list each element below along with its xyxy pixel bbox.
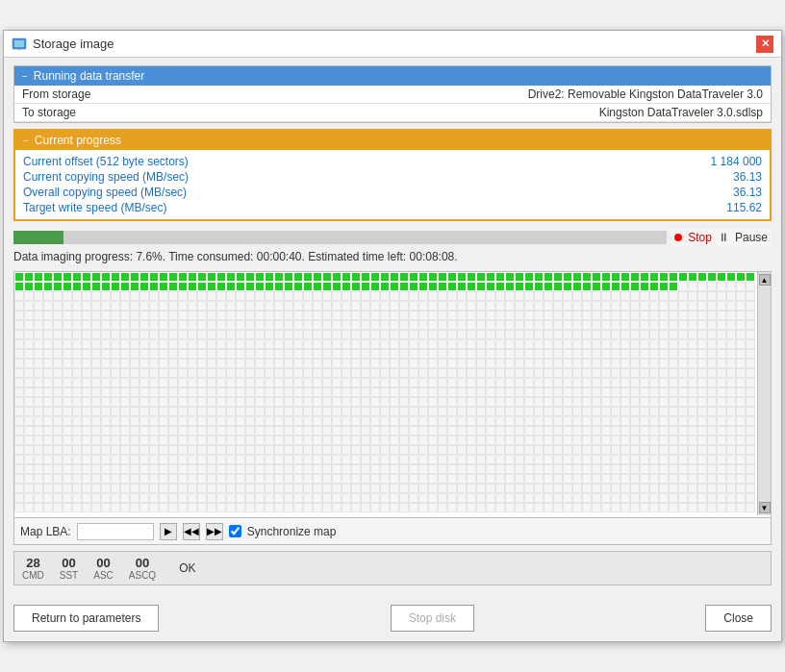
progress-row-value: 1 184 000 <box>711 155 762 168</box>
app-icon <box>12 37 27 52</box>
ascq-value: 00 <box>136 556 149 570</box>
title-bar: Storage image ✕ <box>4 31 781 58</box>
progress-row-label: Overall copying speed (MB/sec) <box>23 186 187 199</box>
asc-status-item: 00 ASC <box>93 556 114 581</box>
current-progress-title: Current progress <box>35 134 121 147</box>
sst-label: SST <box>60 570 78 581</box>
main-window: Storage image ✕ − Running data transfer … <box>3 30 782 642</box>
current-progress-header: − Current progress <box>15 131 770 150</box>
to-storage-label: To storage <box>22 106 76 119</box>
progress-row-value: 115.62 <box>726 201 762 214</box>
map-lba-input[interactable] <box>77 523 154 540</box>
close-button[interactable]: Close <box>705 605 772 632</box>
close-icon[interactable]: ✕ <box>756 36 773 53</box>
ascq-label: ASCQ <box>129 570 156 581</box>
controls-area: Stop ⏸ Pause <box>671 229 772 246</box>
map-scrollbar: ▲ ▼ <box>757 272 771 515</box>
to-storage-row: To storage Kingston DataTraveler 3.0.sdl… <box>14 104 771 122</box>
from-storage-label: From storage <box>22 87 90 101</box>
stop-disk-button[interactable]: Stop disk <box>391 605 474 632</box>
stop-button[interactable]: Stop <box>688 231 712 244</box>
to-storage-value: Kingston DataTraveler 3.0.sdlsp <box>599 106 763 119</box>
sync-label: Synchronize map <box>247 525 337 538</box>
progress-data-row: Target write speed (MB/sec) 115.62 <box>23 200 762 215</box>
svg-rect-1 <box>14 40 24 47</box>
asc-value: 00 <box>96 556 110 570</box>
map-canvas <box>14 272 759 517</box>
ascq-status-item: 00 ASCQ <box>129 556 156 581</box>
map-prev-button[interactable]: ◀◀ <box>183 523 200 540</box>
sst-value: 00 <box>62 556 75 570</box>
map-container: ▲ ▼ Map LBA: ▶ ◀◀ ▶▶ Synchronize map <box>13 271 772 545</box>
cmd-status-item: 28 CMD <box>22 556 44 581</box>
progress-data-row: Current copying speed (MB/sec) 36.13 <box>23 169 762 185</box>
progress-row-label: Current offset (512 byte sectors) <box>23 155 189 168</box>
asc-label: ASC <box>93 570 114 581</box>
title-bar-title: Storage image <box>33 37 114 51</box>
running-transfer-title: Running data transfer <box>34 69 144 83</box>
content-area: − Running data transfer From storage Dri… <box>4 58 781 599</box>
title-bar-left: Storage image <box>12 37 114 52</box>
progress-row-value: 36.13 <box>733 186 762 199</box>
progress-row-value: 36.13 <box>733 170 762 184</box>
progress-controls-row: Stop ⏸ Pause <box>13 227 772 248</box>
map-lba-label: Map LBA: <box>20 525 71 538</box>
collapse-progress-icon[interactable]: − <box>23 136 29 146</box>
return-to-parameters-button[interactable]: Return to parameters <box>13 605 159 632</box>
progress-data-row: Current offset (512 byte sectors) 1 184 … <box>23 154 762 169</box>
stop-dot-icon <box>674 234 682 241</box>
progress-bar-container <box>13 231 667 244</box>
running-transfer-header: − Running data transfer <box>14 66 771 86</box>
progress-body: Current offset (512 byte sectors) 1 184 … <box>15 150 770 219</box>
footer-buttons: Return to parameters Stop disk Close <box>4 599 781 641</box>
progress-bar-area: Stop ⏸ Pause Data imaging progress: 7.6%… <box>13 227 772 267</box>
progress-row-label: Current copying speed (MB/sec) <box>23 170 189 184</box>
progress-row-label: Target write speed (MB/sec) <box>23 201 166 214</box>
pause-icon: ⏸ <box>718 231 729 244</box>
map-play-button[interactable]: ▶ <box>160 523 177 540</box>
current-progress-section: − Current progress Current offset (512 b… <box>13 129 772 221</box>
cmd-label: CMD <box>22 570 44 581</box>
progress-bar-fill <box>13 231 63 244</box>
progress-status-text: Data imaging progress: 7.6%. Time consum… <box>13 248 772 267</box>
status-message: OK <box>179 561 195 575</box>
map-next-button[interactable]: ▶▶ <box>206 523 223 540</box>
status-bar: 28 CMD 00 SST 00 ASC 00 ASCQ OK <box>13 551 772 585</box>
scroll-up-button[interactable]: ▲ <box>759 274 771 286</box>
from-storage-row: From storage Drive2: Removable Kingston … <box>14 86 771 104</box>
collapse-icon[interactable]: − <box>22 71 28 82</box>
from-storage-value: Drive2: Removable Kingston DataTraveler … <box>528 87 763 101</box>
pause-button[interactable]: Pause <box>735 231 768 244</box>
sync-checkbox[interactable] <box>229 525 241 537</box>
svg-point-2 <box>18 48 20 50</box>
scroll-down-button[interactable]: ▼ <box>759 502 771 513</box>
progress-data-row: Overall copying speed (MB/sec) 36.13 <box>23 185 762 200</box>
running-transfer-section: − Running data transfer From storage Dri… <box>13 65 772 123</box>
cmd-value: 28 <box>26 556 39 570</box>
sst-status-item: 00 SST <box>60 556 78 581</box>
map-footer: Map LBA: ▶ ◀◀ ▶▶ Synchronize map <box>14 517 771 544</box>
